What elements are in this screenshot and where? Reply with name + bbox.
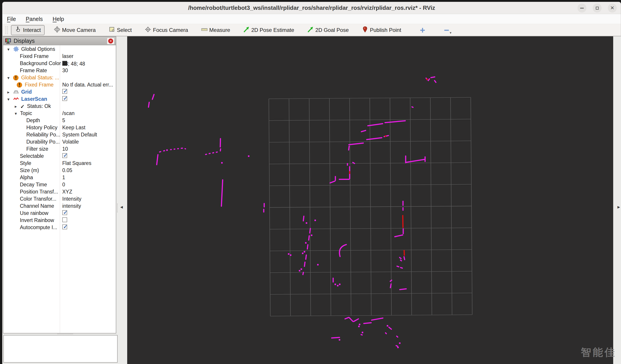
tool-button-goal-pose[interactable]: 2D Goal Pose bbox=[303, 25, 352, 35]
tool-button-move-camera[interactable]: Move Camera bbox=[50, 25, 100, 35]
expand-expander-icon[interactable]: ▸ bbox=[15, 104, 17, 109]
property-value[interactable]: 0.05 bbox=[62, 167, 72, 174]
property-value[interactable]: Intensity bbox=[62, 196, 82, 202]
enabled-checkbox[interactable]: ✓ bbox=[62, 89, 67, 94]
tree-row-fixed-frame[interactable]: !Fixed FrameNo tf data. Actual err... bbox=[3, 81, 116, 89]
property-value[interactable]: Volatile bbox=[62, 139, 79, 145]
laser-point bbox=[349, 171, 350, 174]
viewport-3d[interactable]: 智能佳 bbox=[127, 36, 613, 364]
enabled-checkbox[interactable]: ✓ bbox=[62, 153, 67, 158]
property-value[interactable]: 10 bbox=[62, 146, 68, 152]
property-value[interactable]: System Default bbox=[62, 132, 97, 138]
check-icon: ✓ bbox=[63, 88, 68, 94]
tree-row-status-ok[interactable]: ▸✓Status: Ok bbox=[3, 103, 116, 110]
tool-button-remove-tool[interactable]: −▾ bbox=[440, 25, 455, 35]
menu-item-help[interactable]: Help bbox=[53, 16, 64, 22]
collapse-expander-icon[interactable]: ▾ bbox=[7, 75, 10, 80]
tree-row-channel-name[interactable]: Channel Nameintensity bbox=[3, 203, 116, 210]
tree-row-use-rainbow[interactable]: Use rainbow✓ bbox=[3, 210, 116, 217]
tree-row-color-transfor[interactable]: Color Transfor...Intensity bbox=[3, 195, 116, 203]
toolbar-drag-handle[interactable] bbox=[6, 26, 8, 34]
laser-point bbox=[301, 268, 302, 270]
property-value[interactable]: /scan bbox=[62, 110, 74, 116]
property-value[interactable]: 5 bbox=[62, 117, 65, 124]
measure-icon bbox=[201, 26, 208, 34]
property-label: Status: Ok bbox=[27, 103, 51, 109]
tree-row-invert-rainbow[interactable]: Invert Rainbow bbox=[3, 217, 116, 224]
add-tool-icon: + bbox=[420, 27, 425, 33]
tool-button-publish-point[interactable]: Publish Point bbox=[358, 25, 405, 35]
tool-button-measure[interactable]: Measure bbox=[197, 25, 234, 35]
property-value[interactable]: 1 bbox=[62, 174, 65, 181]
menu-item-file[interactable]: File bbox=[7, 16, 16, 22]
close-button[interactable]: ✕ bbox=[608, 3, 617, 13]
tree-row-history-policy[interactable]: History PolicyKeep Last bbox=[3, 124, 116, 131]
property-value[interactable]: Keep Last bbox=[62, 125, 86, 131]
right-panel-collapse-arrow[interactable]: ▶ bbox=[618, 205, 620, 209]
laser-point bbox=[208, 153, 211, 154]
collapse-expander-icon[interactable]: ▾ bbox=[15, 111, 17, 116]
property-label: Autocompute I... bbox=[20, 224, 57, 230]
tool-button-add-tool[interactable]: + bbox=[416, 25, 429, 35]
property-value[interactable]: Flat Squares bbox=[62, 160, 91, 166]
tool-button-pose-estimate[interactable]: 2D Pose Estimate bbox=[239, 25, 298, 35]
tree-row-decay-time[interactable]: Decay Time0 bbox=[3, 181, 116, 188]
property-value[interactable]: intensity bbox=[62, 203, 81, 209]
tree-row-size-m[interactable]: Size (m)0.05 bbox=[3, 167, 116, 174]
tool-label: Interact bbox=[23, 27, 41, 33]
tree-row-frame-rate[interactable]: Frame Rate30 bbox=[3, 67, 116, 74]
property-value[interactable]: laser bbox=[62, 53, 73, 59]
title-bar[interactable]: /home/robot/turtlebot3_ws/install/rplida… bbox=[2, 2, 621, 14]
tool-button-interact[interactable]: Interact bbox=[11, 25, 45, 35]
tree-row-alpha[interactable]: Alpha1 bbox=[3, 174, 116, 181]
vertical-splitter-handle[interactable] bbox=[117, 204, 118, 212]
tree-row-laserscan[interactable]: ▾LaserScan✓ bbox=[3, 96, 116, 103]
property-value[interactable]: No tf data. Actual err... bbox=[62, 82, 113, 88]
panel-close-button[interactable]: ✕ bbox=[107, 38, 115, 44]
laser-point bbox=[221, 162, 223, 164]
tree-row-style[interactable]: StyleFlat Squares bbox=[3, 160, 116, 167]
property-value[interactable]: 30 bbox=[62, 67, 68, 74]
rviz-window: /home/robot/turtlebot3_ws/install/rplida… bbox=[2, 2, 621, 364]
property-value[interactable]: 0 bbox=[62, 182, 65, 188]
enabled-checkbox[interactable]: ✓ bbox=[62, 210, 67, 215]
displays-panel-header[interactable]: Displays ✕ bbox=[3, 37, 116, 45]
collapse-expander-icon[interactable]: ▾ bbox=[7, 47, 10, 52]
enabled-checkbox[interactable]: ✓ bbox=[62, 96, 67, 101]
tree-row-position-transf[interactable]: Position Transf...XYZ bbox=[3, 188, 116, 195]
laser-point bbox=[302, 253, 303, 254]
tree-row-durability-po[interactable]: Durability Po...Volatile bbox=[3, 138, 116, 145]
toolbar: InteractMove CameraSelectFocus CameraMea… bbox=[2, 24, 621, 36]
laser-point bbox=[428, 78, 430, 81]
laser-point bbox=[402, 215, 404, 228]
expand-expander-icon[interactable]: ▸ bbox=[7, 90, 10, 95]
tree-row-autocompute-i[interactable]: Autocompute I...✓ bbox=[3, 224, 116, 231]
tool-button-select[interactable]: Select bbox=[105, 25, 136, 35]
displays-icon bbox=[5, 38, 11, 44]
tree-row-depth[interactable]: Depth5 bbox=[3, 117, 116, 124]
laser-point bbox=[220, 138, 221, 147]
tree-row-global-status[interactable]: ▾!Global Status: ... bbox=[3, 74, 116, 81]
tree-row-grid[interactable]: ▸Grid✓ bbox=[3, 89, 116, 96]
restore-button[interactable] bbox=[593, 3, 602, 13]
tree-row-fixed-frame[interactable]: Fixed Framelaser bbox=[3, 53, 116, 60]
property-value[interactable]: XYZ bbox=[62, 189, 72, 195]
property-label: LaserScan bbox=[21, 96, 47, 102]
laser-point bbox=[399, 342, 400, 344]
left-panel-collapse-arrow[interactable]: ◀ bbox=[120, 205, 123, 209]
tree-row-selectable[interactable]: Selectable✓ bbox=[3, 153, 116, 160]
tree-row-background-color[interactable]: Background Color48; 48; 48 bbox=[3, 60, 116, 67]
tool-button-focus-camera[interactable]: Focus Camera bbox=[141, 25, 192, 35]
collapse-expander-icon[interactable]: ▾ bbox=[7, 97, 10, 102]
tree-row-filter-size[interactable]: Filter size10 bbox=[3, 145, 116, 153]
laser-point bbox=[425, 156, 426, 162]
enabled-checkbox[interactable] bbox=[62, 217, 67, 222]
horizontal-splitter-handle[interactable] bbox=[57, 334, 73, 334]
tree-row-global-options[interactable]: ▾Global Options bbox=[3, 46, 116, 53]
menu-item-panels[interactable]: Panels bbox=[26, 16, 43, 22]
laser-point bbox=[431, 76, 436, 78]
tree-row-reliability-po[interactable]: Reliability Po...System Default bbox=[3, 131, 116, 138]
enabled-checkbox[interactable]: ✓ bbox=[62, 224, 67, 229]
tree-row-topic[interactable]: ▾Topic/scan bbox=[3, 110, 116, 117]
minimize-button[interactable] bbox=[577, 3, 586, 13]
